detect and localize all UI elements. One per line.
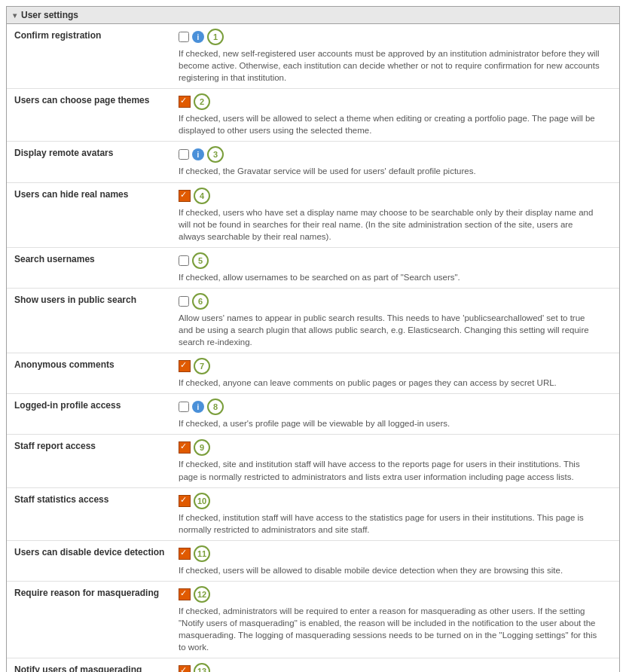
checkbox-2[interactable] (179, 96, 191, 108)
control-row-3: i3 (179, 146, 613, 163)
checkbox-12[interactable] (179, 588, 191, 600)
label-cell-7: Anonymous comments (7, 353, 173, 394)
circle-num-13: 13 (194, 663, 210, 672)
control-cell-11: 11If checked, users will be allowed to d… (173, 540, 619, 581)
table-row: Search usernames5If checked, allow usern… (7, 247, 619, 288)
label-cell-2: Users can choose page themes (7, 89, 173, 142)
circle-num-1: 1 (207, 29, 224, 45)
control-row-10: 10 (179, 493, 613, 509)
circle-num-10: 10 (194, 493, 210, 509)
control-cell-5: 5If checked, allow usernames to be searc… (173, 247, 619, 288)
description-7: If checked, anyone can leave comments on… (179, 377, 600, 389)
circle-num-8: 8 (207, 399, 224, 415)
label-cell-6: Show users in public search (7, 288, 173, 353)
control-cell-12: 12If checked, administrators will be req… (173, 581, 619, 658)
circle-num-6: 6 (192, 293, 209, 310)
control-row-9: 9 (179, 439, 613, 456)
checkbox-7[interactable] (179, 360, 191, 372)
circle-num-5: 5 (192, 252, 209, 269)
label-cell-9: Staff report access (7, 435, 173, 487)
info-icon-3[interactable]: i (192, 148, 204, 160)
control-cell-7: 7If checked, anyone can leave comments o… (173, 353, 619, 394)
control-row-11: 11 (179, 545, 613, 562)
table-row: Staff statistics access10If checked, ins… (7, 487, 619, 540)
checkbox-4[interactable] (179, 190, 191, 202)
control-cell-4: 4If checked, users who have set a displa… (173, 182, 619, 247)
checkbox-5[interactable] (179, 255, 189, 266)
table-row: Require reason for masquerading12If chec… (7, 581, 619, 658)
table-row: Staff report access9If checked, site and… (7, 435, 619, 487)
checkbox-1[interactable] (179, 32, 189, 42)
description-6: Allow users' names to appear in public s… (179, 312, 600, 348)
control-row-1: i1 (179, 29, 613, 45)
label-cell-13: Notify users of masquerading (7, 658, 173, 672)
circle-num-4: 4 (194, 188, 210, 204)
chevron-icon: ▾ (13, 11, 17, 20)
checkbox-6[interactable] (179, 296, 189, 307)
section-title: User settings (21, 10, 78, 20)
table-row: Notify users of masquerading13If checked… (7, 658, 619, 672)
control-cell-2: 2If checked, users will be allowed to se… (173, 89, 619, 142)
control-row-8: i8 (179, 399, 613, 415)
table-row: Users can hide real names4If checked, us… (7, 182, 619, 247)
checkbox-11[interactable] (179, 548, 191, 560)
table-row: Users can disable device detection11If c… (7, 540, 619, 581)
checkbox-13[interactable] (179, 665, 191, 672)
control-cell-10: 10If checked, institution staff will hav… (173, 487, 619, 540)
description-1: If checked, new self-registered user acc… (179, 47, 600, 84)
circle-num-3: 3 (207, 146, 224, 163)
info-icon-8[interactable]: i (192, 401, 204, 413)
label-cell-3: Display remote avatars (7, 142, 173, 182)
settings-table: Confirm registrationi1If checked, new se… (7, 24, 619, 672)
label-cell-12: Require reason for masquerading (7, 581, 173, 658)
section-header: ▾ User settings (7, 7, 619, 24)
control-row-13: 13 (179, 663, 613, 672)
user-settings-panel: ▾ User settings Confirm registrationi1If… (6, 6, 620, 672)
control-row-6: 6 (179, 293, 613, 310)
description-12: If checked, administrators will be requi… (179, 605, 600, 653)
table-row: Logged-in profile accessi8If checked, a … (7, 394, 619, 435)
circle-num-7: 7 (194, 358, 210, 374)
description-3: If checked, the Gravatar service will be… (179, 165, 600, 177)
table-row: Anonymous comments7If checked, anyone ca… (7, 353, 619, 394)
table-row: Users can choose page themes2If checked,… (7, 89, 619, 142)
control-cell-3: i3If checked, the Gravatar service will … (173, 142, 619, 182)
info-icon-1[interactable]: i (192, 31, 204, 43)
control-row-4: 4 (179, 188, 613, 204)
label-cell-1: Confirm registration (7, 24, 173, 89)
control-cell-6: 6Allow users' names to appear in public … (173, 288, 619, 353)
control-row-5: 5 (179, 252, 613, 269)
label-cell-8: Logged-in profile access (7, 394, 173, 435)
control-row-7: 7 (179, 358, 613, 374)
checkbox-3[interactable] (179, 149, 189, 160)
control-cell-13: 13If checked, users will be notified whe… (173, 658, 619, 672)
description-10: If checked, institution staff will have … (179, 512, 600, 536)
checkbox-8[interactable] (179, 402, 189, 412)
circle-num-12: 12 (194, 586, 210, 603)
description-4: If checked, users who have set a display… (179, 206, 600, 243)
label-cell-11: Users can disable device detection (7, 540, 173, 581)
checkbox-10[interactable] (179, 495, 191, 507)
description-11: If checked, users will be allowed to dis… (179, 564, 600, 576)
circle-num-11: 11 (194, 545, 210, 562)
description-9: If checked, site and institution staff w… (179, 458, 600, 482)
label-cell-10: Staff statistics access (7, 487, 173, 540)
table-row: Show users in public search6Allow users'… (7, 288, 619, 353)
description-8: If checked, a user's profile page will b… (179, 417, 600, 429)
circle-num-9: 9 (194, 439, 210, 456)
control-cell-9: 9If checked, site and institution staff … (173, 435, 619, 487)
control-row-2: 2 (179, 93, 613, 110)
label-cell-5: Search usernames (7, 247, 173, 288)
table-row: Display remote avatarsi3If checked, the … (7, 142, 619, 182)
control-cell-8: i8If checked, a user's profile page will… (173, 394, 619, 435)
control-row-12: 12 (179, 586, 613, 603)
circle-num-2: 2 (194, 93, 210, 110)
control-cell-1: i1If checked, new self-registered user a… (173, 24, 619, 89)
label-cell-4: Users can hide real names (7, 182, 173, 247)
description-5: If checked, allow usernames to be search… (179, 271, 600, 283)
table-row: Confirm registrationi1If checked, new se… (7, 24, 619, 89)
description-2: If checked, users will be allowed to sel… (179, 112, 600, 136)
checkbox-9[interactable] (179, 441, 191, 454)
